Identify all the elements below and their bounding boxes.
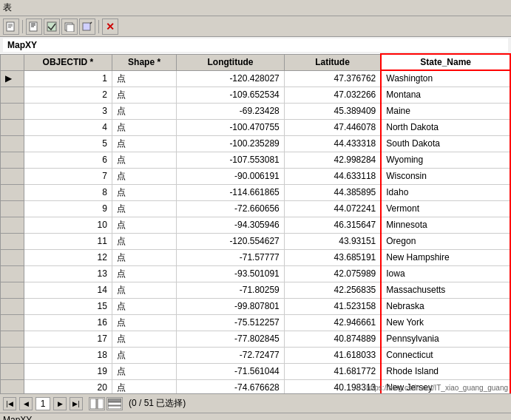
- cell-shape: 点: [112, 314, 176, 331]
- cell-state-name: Idaho: [381, 184, 510, 200]
- layer-label: MapXY: [3, 38, 508, 52]
- cell-latitude: 42.998284: [284, 152, 381, 168]
- cell-state-name: Montana: [381, 87, 510, 103]
- cell-latitude: 47.446078: [284, 119, 381, 135]
- cell-shape: 点: [112, 265, 176, 282]
- cell-state-name: New York: [381, 314, 510, 331]
- cell-objectid: 3: [24, 103, 112, 119]
- cell-state-name: Nebraska: [381, 298, 510, 314]
- table-row: 12点-71.5777743.685191New Hampshire: [1, 249, 511, 265]
- toolbar-btn-3[interactable]: [44, 18, 60, 35]
- cell-objectid: 11: [24, 233, 112, 249]
- record-view-btn[interactable]: [89, 397, 105, 410]
- cell-state-name: New Hampshire: [381, 249, 510, 265]
- col-state-name[interactable]: State_Name: [381, 54, 510, 70]
- row-arrow: [1, 217, 24, 233]
- cell-longitude: -93.501091: [177, 265, 285, 282]
- data-table: OBJECTID * Shape * Longtitude Latitude S…: [0, 53, 511, 393]
- cell-state-name: North Dakota: [381, 119, 510, 135]
- cell-shape: 点: [112, 363, 176, 379]
- table-row: 17点-77.80284540.874889Pennsylvania: [1, 331, 511, 347]
- col-latitude[interactable]: Latitude: [284, 54, 381, 70]
- title-label: 表: [3, 2, 12, 13]
- cell-objectid: 1: [24, 70, 112, 87]
- cell-objectid: 10: [24, 217, 112, 233]
- cell-longitude: -100.235289: [177, 135, 285, 152]
- table-row: 19点-71.56104441.681772Rhode Island: [1, 363, 511, 379]
- cell-longitude: -114.661865: [177, 184, 285, 200]
- cell-objectid: 13: [24, 265, 112, 282]
- cell-shape: 点: [112, 298, 176, 314]
- cell-shape: 点: [112, 282, 176, 298]
- watermark: https://blog.csdn.net/IT_xiao_guang_guan…: [366, 384, 508, 392]
- col-shape[interactable]: Shape *: [112, 54, 176, 70]
- cell-state-name: Washington: [381, 70, 510, 87]
- cell-state-name: Vermont: [381, 200, 510, 217]
- cell-shape: 点: [112, 70, 176, 87]
- table-row: 5点-100.23528944.433318South Dakota: [1, 135, 511, 152]
- cell-longitude: -120.428027: [177, 70, 285, 87]
- cell-shape: 点: [112, 249, 176, 265]
- cell-latitude: 43.93151: [284, 233, 381, 249]
- cell-latitude: 41.618033: [284, 347, 381, 363]
- row-arrow: [1, 135, 24, 152]
- table-row: 13点-93.50109142.075989Iowa: [1, 265, 511, 282]
- cell-shape: 点: [112, 152, 176, 168]
- cell-latitude: 41.523158: [284, 298, 381, 314]
- table-row: ▶1点-120.42802747.376762Washington: [1, 70, 511, 87]
- col-objectid[interactable]: OBJECTID *: [24, 54, 112, 70]
- cell-shape: 点: [112, 347, 176, 363]
- nav-next-btn[interactable]: ▶: [53, 397, 67, 410]
- cell-state-name: Oregon: [381, 233, 510, 249]
- row-arrow: [1, 119, 24, 135]
- col-longitude[interactable]: Longtitude: [177, 54, 285, 70]
- cell-state-name: Massachusetts: [381, 282, 510, 298]
- col-arrow: [1, 54, 24, 70]
- svg-rect-13: [108, 402, 121, 405]
- table-view-btn[interactable]: [106, 397, 123, 410]
- footer-label: MapXY: [0, 413, 511, 420]
- cell-longitude: -99.807801: [177, 298, 285, 314]
- cell-longitude: -71.80259: [177, 282, 285, 298]
- table-row: 14点-71.8025942.256835Massachusetts: [1, 282, 511, 298]
- cell-shape: 点: [112, 184, 176, 200]
- toolbar-delete-btn[interactable]: ✕: [102, 18, 118, 35]
- cell-longitude: -72.72477: [177, 347, 285, 363]
- cell-longitude: -71.57777: [177, 249, 285, 265]
- row-arrow: [1, 152, 24, 168]
- cell-objectid: 16: [24, 314, 112, 331]
- cell-objectid: 9: [24, 200, 112, 217]
- row-arrow: [1, 314, 24, 331]
- cell-latitude: 42.075989: [284, 265, 381, 282]
- row-arrow: [1, 184, 24, 200]
- table-row: 11点-120.55462743.93151Oregon: [1, 233, 511, 249]
- toolbar-btn-5[interactable]: [79, 18, 95, 35]
- cell-latitude: 42.946661: [284, 314, 381, 331]
- toolbar-btn-4[interactable]: [61, 18, 78, 35]
- table-row: 9点-72.66065644.072241Vermont: [1, 200, 511, 217]
- row-arrow: [1, 249, 24, 265]
- table-row: 3点-69.2342845.389409Maine: [1, 103, 511, 119]
- cell-latitude: 47.376762: [284, 70, 381, 87]
- cell-objectid: 14: [24, 282, 112, 298]
- table-row: 6点-107.55308142.998284Wyoming: [1, 152, 511, 168]
- cell-latitude: 46.315647: [284, 217, 381, 233]
- cell-longitude: -74.676628: [177, 379, 285, 393]
- toolbar-btn-1[interactable]: [3, 18, 19, 35]
- cell-state-name: Maine: [381, 103, 510, 119]
- toolbar-btn-2[interactable]: [26, 18, 42, 35]
- table-row: 16点-75.51225742.946661New York: [1, 314, 511, 331]
- svg-rect-0: [7, 22, 14, 31]
- page-number[interactable]: 1: [35, 397, 50, 410]
- title-bar: 表: [0, 0, 511, 16]
- cell-latitude: 42.256835: [284, 282, 381, 298]
- toolbar: ✕: [0, 16, 511, 37]
- cell-shape: 点: [112, 135, 176, 152]
- cell-latitude: 44.385895: [284, 184, 381, 200]
- cell-longitude: -94.305946: [177, 217, 285, 233]
- nav-first-btn[interactable]: |◀: [3, 397, 16, 410]
- nav-last-btn[interactable]: ▶|: [70, 397, 83, 410]
- nav-prev-btn[interactable]: ◀: [19, 397, 33, 410]
- cell-latitude: 47.032266: [284, 87, 381, 103]
- row-arrow: [1, 347, 24, 363]
